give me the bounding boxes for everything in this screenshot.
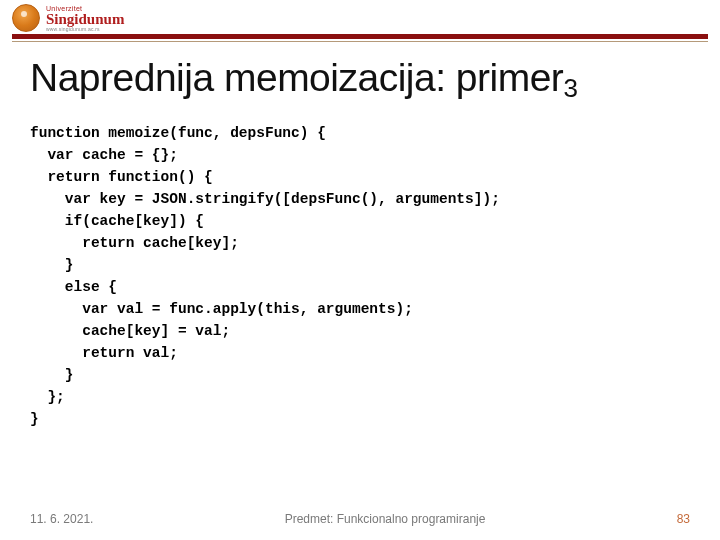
title-main: Naprednija memoizacija: primer	[30, 56, 563, 99]
footer-date: 11. 6. 2021.	[30, 512, 93, 526]
footer-subject: Predmet: Funkcionalno programiranje	[93, 512, 676, 526]
footer-page: 83	[677, 512, 690, 526]
slide-title: Naprednija memoizacija: primer3	[30, 56, 690, 100]
logo-text: Univerzitet Singidunum www.singidunum.ac…	[46, 5, 124, 32]
header-rule-thick	[12, 34, 708, 39]
logo-url: www.singidunum.ac.rs	[46, 27, 124, 32]
title-sub: 3	[563, 73, 577, 103]
header-rule-thin	[12, 41, 708, 42]
logo: Univerzitet Singidunum www.singidunum.ac…	[12, 4, 124, 32]
logo-icon	[12, 4, 40, 32]
slide: Univerzitet Singidunum www.singidunum.ac…	[0, 0, 720, 540]
footer: 11. 6. 2021. Predmet: Funkcionalno progr…	[30, 512, 690, 526]
logo-name: Singidunum	[46, 12, 124, 27]
code-block: function memoize(func, depsFunc) { var c…	[30, 122, 690, 430]
